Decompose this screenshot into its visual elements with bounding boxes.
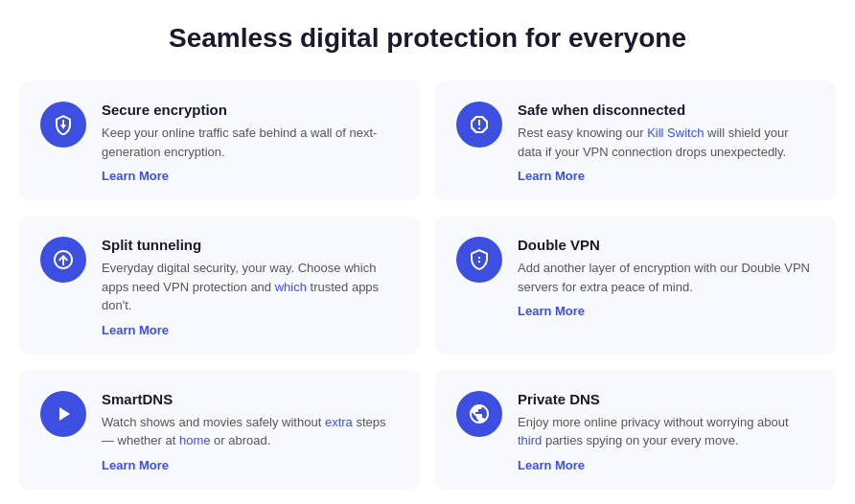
card-safe-disconnected: Safe when disconnected Rest easy knowing… [435, 80, 836, 200]
split-icon [40, 237, 86, 283]
card-split-tunneling-title: Split tunneling [102, 237, 399, 253]
card-private-dns-desc: Enjoy more online privacy without worryi… [518, 413, 815, 450]
card-double-vpn: Double VPN Add another layer of encrypti… [435, 216, 836, 355]
card-safe-disconnected-desc: Rest easy knowing our Kill Switch will s… [518, 124, 815, 161]
card-secure-encryption: Secure encryption Keep your online traff… [19, 80, 420, 200]
card-safe-disconnected-content: Safe when disconnected Rest easy knowing… [518, 102, 815, 183]
shield-icon [40, 102, 86, 148]
features-grid: Secure encryption Keep your online traff… [19, 80, 836, 490]
card-split-tunneling-content: Split tunneling Everyday digital securit… [102, 237, 399, 337]
card-private-dns-title: Private DNS [518, 391, 815, 407]
card-secure-encryption-content: Secure encryption Keep your online traff… [102, 102, 399, 183]
card-double-vpn-learn-more[interactable]: Learn More [518, 304, 815, 318]
play-icon [40, 391, 86, 437]
card-secure-encryption-learn-more[interactable]: Learn More [102, 169, 399, 183]
card-split-tunneling-learn-more[interactable]: Learn More [102, 323, 399, 337]
card-safe-disconnected-learn-more[interactable]: Learn More [518, 169, 815, 183]
card-private-dns: Private DNS Enjoy more online privacy wi… [435, 370, 836, 490]
card-double-vpn-content: Double VPN Add another layer of encrypti… [518, 237, 815, 318]
card-smartdns-learn-more[interactable]: Learn More [102, 458, 399, 472]
card-split-tunneling: Split tunneling Everyday digital securit… [19, 216, 420, 355]
double-vpn-icon [456, 237, 502, 283]
card-safe-disconnected-title: Safe when disconnected [518, 102, 815, 118]
card-smartdns-content: SmartDNS Watch shows and movies safely w… [102, 391, 399, 472]
card-double-vpn-title: Double VPN [518, 237, 815, 253]
card-private-dns-content: Private DNS Enjoy more online privacy wi… [518, 391, 815, 472]
card-smartdns: SmartDNS Watch shows and movies safely w… [19, 370, 420, 490]
card-secure-encryption-desc: Keep your online traffic safe behind a w… [102, 124, 399, 161]
globe-icon [456, 391, 502, 437]
kill-switch-icon [456, 102, 502, 148]
page-title: Seamless digital protection for everyone [19, 23, 836, 54]
card-smartdns-title: SmartDNS [102, 391, 399, 407]
card-smartdns-desc: Watch shows and movies safely without ex… [102, 413, 399, 450]
card-double-vpn-desc: Add another layer of encryption with our… [518, 259, 815, 296]
card-secure-encryption-title: Secure encryption [102, 102, 399, 118]
card-private-dns-learn-more[interactable]: Learn More [518, 458, 815, 472]
card-split-tunneling-desc: Everyday digital security, your way. Cho… [102, 259, 399, 315]
